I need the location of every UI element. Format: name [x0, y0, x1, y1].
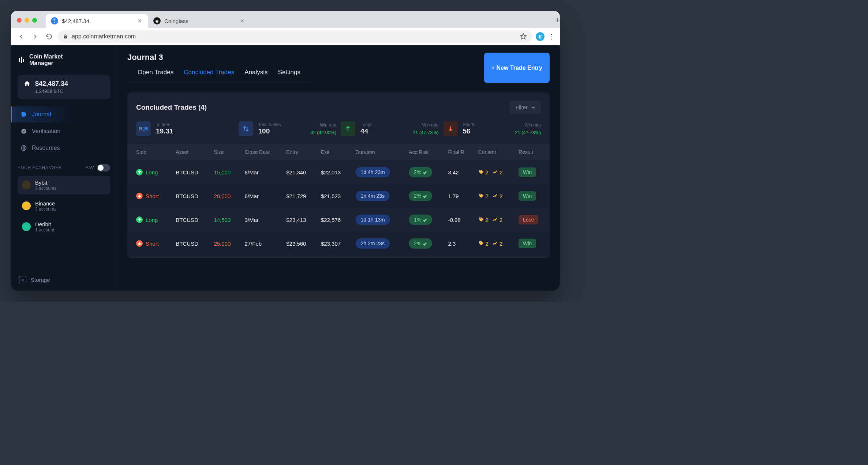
duration-chip: 1d 4h 23m: [356, 167, 390, 177]
cell-entry: $21,729: [283, 184, 317, 208]
arrow-up-icon: [136, 169, 143, 175]
journal-icon: [20, 111, 27, 118]
sidebar-item-storage[interactable]: ⎚ Storage: [18, 271, 110, 286]
fav-toggle[interactable]: [97, 164, 110, 171]
filter-button[interactable]: Filter: [510, 101, 541, 114]
exchange-sub: 3 accounts: [35, 186, 56, 191]
lock-icon: [63, 34, 68, 39]
stat-label: Total R: [156, 122, 173, 127]
main-area: Journal 3 Open TradesConcluded TradesAna…: [117, 45, 560, 291]
duration-chip: 1h 4m 23s: [356, 191, 390, 201]
chart-count: 2: [492, 217, 502, 223]
table-row[interactable]: Short BTCUSD 25,000 27/Feb $23,560 $23,3…: [127, 232, 550, 256]
address-bar[interactable]: app.coinmarketman.com: [58, 30, 532, 43]
browser-tab[interactable]: ₿$42,487.34×: [46, 14, 148, 28]
cell-exit: $22,013: [317, 160, 352, 184]
col-exit[interactable]: Exit: [317, 144, 352, 160]
col-duration[interactable]: Duration: [352, 144, 405, 160]
exchanges-label: YOUR EXCHANGES: [18, 165, 61, 170]
tab-open-trades[interactable]: Open Trades: [138, 69, 173, 83]
tab-settings[interactable]: Settings: [278, 69, 300, 83]
home-icon: [23, 80, 31, 87]
sidebar-item-resources[interactable]: Resources: [11, 140, 117, 156]
cell-content: 2 2: [478, 241, 512, 247]
col-final-r[interactable]: Final R: [445, 144, 475, 160]
back-button[interactable]: [16, 31, 26, 42]
tab-analysis[interactable]: Analysis: [244, 69, 267, 83]
exchange-sub: 1 account: [35, 227, 54, 232]
arrow-up-icon: [136, 216, 143, 223]
svg-rect-1: [21, 57, 22, 63]
exchange-item[interactable]: Deribit1 account: [18, 218, 110, 236]
col-acc-risk[interactable]: Acc Risk: [405, 144, 444, 160]
cell-size: 15,000: [210, 160, 241, 184]
table-row[interactable]: Long BTCUSD 14,500 3/Mar $23,413 $22,576…: [127, 208, 550, 232]
stat-label: Longs: [360, 122, 373, 127]
window-controls: [17, 18, 37, 23]
cell-entry: $21,340: [283, 160, 317, 184]
cell-close-date: 3/Mar: [241, 208, 283, 232]
col-content[interactable]: Content: [475, 144, 515, 160]
tag-count: 2: [478, 217, 489, 223]
winrate-label: Win rate: [310, 122, 336, 128]
balance-btc: 1.24939 BTC: [35, 88, 68, 94]
col-close-date[interactable]: Close Date: [241, 144, 283, 160]
col-entry[interactable]: Entry: [283, 144, 317, 160]
cell-content: 2 2: [478, 217, 512, 223]
balance-card[interactable]: $42,487.34 1.24939 BTC: [18, 75, 110, 99]
duration-chip: 2h 2m 23s: [356, 238, 390, 249]
stat-total-trades: Total trades 100 Win rate 42 (42.00%): [239, 121, 337, 136]
svg-point-3: [21, 129, 26, 134]
exchange-item[interactable]: Bybit3 accounts: [18, 176, 110, 194]
exchange-icon: [22, 181, 31, 189]
col-asset[interactable]: Asset: [172, 144, 210, 160]
tab-close-icon[interactable]: ×: [138, 18, 142, 24]
tab-concluded-trades[interactable]: Concluded Trades: [184, 69, 234, 83]
tab-close-icon[interactable]: ×: [240, 18, 244, 24]
forward-button[interactable]: [30, 31, 40, 42]
risk-chip: 2%: [409, 238, 432, 249]
table-row[interactable]: Short BTCUSD 20,000 6/Mar $21,729 $21,62…: [127, 184, 550, 208]
risk-chip: 1%: [409, 215, 432, 225]
minimize-window-button[interactable]: [25, 18, 29, 23]
result-badge: Lose: [519, 215, 538, 224]
col-side[interactable]: Side: [127, 144, 172, 160]
chart-count: 2: [492, 241, 502, 247]
maximize-window-button[interactable]: [32, 18, 37, 23]
new-tab-button[interactable]: +: [555, 15, 560, 25]
winrate-label: Win rate: [413, 122, 439, 128]
col-result[interactable]: Result: [515, 144, 550, 160]
exchange-name: Deribit: [35, 221, 54, 227]
brand-line2: Manager: [29, 60, 53, 66]
new-trade-entry-button[interactable]: + New Trade Entry: [484, 53, 550, 83]
cell-asset: BTCUSD: [172, 232, 210, 256]
storage-icon: ⎚: [19, 276, 26, 283]
browser-tab[interactable]: ◉Coinglass×: [148, 14, 251, 28]
browser-menu-button[interactable]: ⋮: [548, 33, 555, 41]
stat-label: Shorts: [463, 122, 476, 127]
sidebar-item-journal[interactable]: Journal: [11, 106, 117, 122]
resources-icon: [20, 144, 27, 152]
page-header: Journal 3 Open TradesConcluded TradesAna…: [117, 45, 560, 83]
reload-button[interactable]: [44, 31, 54, 42]
stats-row: R:R Total R 19.31 Total trades: [127, 117, 550, 144]
svg-rect-0: [19, 58, 20, 62]
stat-value: 100: [258, 127, 281, 135]
svg-rect-2: [23, 59, 24, 62]
page-tabs: Open TradesConcluded TradesAnalysisSetti…: [127, 62, 311, 83]
table-row[interactable]: Long BTCUSD 15,000 8/Mar $21,340 $22,013…: [127, 160, 550, 184]
cell-content: 2 2: [478, 193, 512, 199]
sidebar-item-verification[interactable]: Verification: [11, 123, 117, 139]
profile-avatar[interactable]: ◐: [536, 32, 545, 41]
table-header-row: SideAssetSizeClose DateEntryExitDuration…: [127, 144, 550, 160]
app-root: Coin Market Manager $42,487.34 1.24939 B…: [11, 45, 560, 291]
close-window-button[interactable]: [17, 18, 22, 23]
col-size[interactable]: Size: [210, 144, 241, 160]
cell-asset: BTCUSD: [172, 160, 210, 184]
exchange-item[interactable]: Binance3 accounts: [18, 197, 110, 215]
cell-close-date: 27/Feb: [241, 232, 283, 256]
cell-asset: BTCUSD: [172, 184, 210, 208]
chart-count: 2: [492, 169, 502, 175]
titlebar: ₿$42,487.34×◉Coinglass× +: [11, 11, 560, 28]
bookmark-star-icon[interactable]: [520, 33, 527, 40]
